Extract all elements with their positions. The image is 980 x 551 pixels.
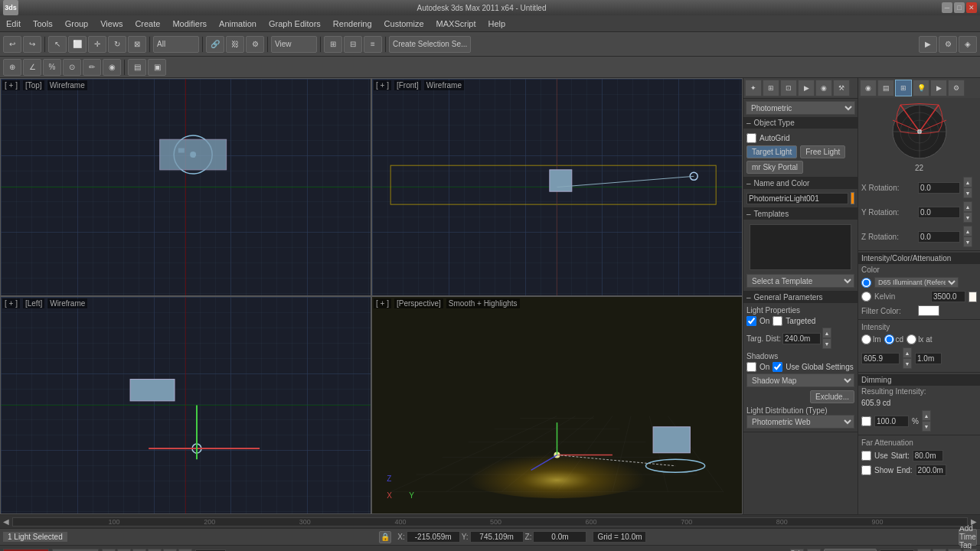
targeted-checkbox[interactable] — [773, 316, 782, 326]
stop-button[interactable]: ⏸ — [148, 549, 162, 552]
snap-toggle[interactable]: ⊕ — [3, 59, 21, 76]
link-button[interactable]: 🔗 — [206, 36, 224, 53]
vp-pan[interactable]: ✋ — [948, 549, 962, 552]
kelvin-radio[interactable] — [861, 292, 871, 302]
add-time-tag[interactable]: Add Time Tag — [959, 529, 977, 546]
z-rot-up[interactable]: ▲ — [963, 226, 972, 236]
prev-frame-button[interactable]: ◀| — [117, 549, 131, 552]
move-button[interactable]: ✛ — [88, 36, 106, 53]
scene-manager[interactable]: ▣ — [148, 59, 166, 76]
lock-button[interactable]: 🔒 — [379, 531, 391, 543]
bind-button[interactable]: ⚙ — [246, 36, 264, 53]
shadows-on-checkbox[interactable] — [746, 362, 756, 372]
pct-up[interactable]: ▲ — [922, 410, 931, 421]
view-dropdown[interactable]: View — [271, 36, 317, 53]
motion-tab[interactable]: ▶ — [798, 80, 815, 96]
z-coord-value[interactable]: 0.0m — [533, 531, 586, 543]
targ-dist-up[interactable]: ▲ — [822, 328, 831, 338]
autogrid-checkbox[interactable] — [746, 133, 756, 143]
named-sel-sets[interactable]: ◉ — [103, 59, 121, 76]
spinner-snap[interactable]: ⊙ — [63, 59, 81, 76]
redo-button[interactable]: ↪ — [23, 36, 41, 53]
rotate-button[interactable]: ↻ — [108, 36, 126, 53]
utilities-tab[interactable]: ⚒ — [833, 80, 850, 96]
set-key-button[interactable]: Set Key — [790, 549, 804, 552]
tab-render[interactable]: ▶ — [930, 80, 947, 96]
z-rot-down[interactable]: ▼ — [963, 236, 972, 247]
select-button[interactable]: ↖ — [48, 36, 67, 53]
templates-dropdown[interactable]: Select a Template — [746, 274, 854, 288]
y-rot-down[interactable]: ▼ — [963, 212, 972, 223]
lxat-radio[interactable] — [906, 334, 916, 344]
menu-animation[interactable]: Animation — [216, 18, 260, 30]
play-button[interactable]: ▶ — [132, 549, 146, 552]
modify-tab[interactable]: ⊞ — [763, 80, 779, 96]
viewport-top[interactable]: [ + ] [Top] Wireframe — [0, 78, 371, 296]
templates-header[interactable]: – Templates — [743, 208, 858, 220]
vp-zoom-all[interactable]: ⊞ — [933, 549, 946, 552]
viewport-left-mode[interactable]: Wireframe — [47, 298, 87, 308]
menu-maxscript[interactable]: MAXScript — [433, 18, 479, 30]
color-swatch[interactable] — [851, 192, 854, 204]
viewport-front-nav[interactable]: [ + ] — [374, 80, 391, 90]
object-type-header[interactable]: – Object Type — [743, 117, 858, 129]
name-color-header[interactable]: – Name and Color — [743, 178, 858, 189]
mirror-button[interactable]: ⊞ — [324, 36, 342, 53]
menu-customize[interactable]: Customize — [381, 18, 427, 30]
x-rot-down[interactable]: ▼ — [963, 187, 972, 198]
align-button[interactable]: ≡ — [364, 36, 382, 53]
targ-dist-input[interactable] — [782, 333, 821, 344]
light-on-checkbox[interactable] — [746, 316, 756, 326]
menu-modifiers[interactable]: Modifiers — [169, 18, 210, 30]
dimming-checkbox[interactable] — [861, 416, 871, 426]
create-tab[interactable]: ✦ — [745, 80, 762, 96]
viewport-top-nav[interactable]: [ + ] — [2, 80, 20, 90]
y-rot-up[interactable]: ▲ — [963, 201, 972, 212]
display-tab[interactable]: ◉ — [815, 80, 832, 96]
next-frame-button[interactable]: |▶ — [163, 549, 177, 552]
create-selection[interactable]: Create Selection Se... — [389, 36, 471, 53]
y-rotation-input[interactable] — [918, 207, 960, 218]
auto-key-mode[interactable]: Selected — [52, 549, 99, 552]
viewport-front[interactable]: [ + ] [Front] Wireframe — [371, 78, 743, 296]
vp-zoom-out[interactable]: 🔍 — [917, 549, 931, 552]
z-rotation-input[interactable] — [918, 231, 960, 243]
go-end-button[interactable]: ▶| — [178, 549, 192, 552]
intensity-down[interactable]: ▼ — [903, 358, 912, 369]
percent-snap[interactable]: % — [43, 59, 61, 76]
targ-dist-down[interactable]: ▼ — [822, 338, 831, 349]
tab-modify[interactable]: ⊞ — [895, 80, 912, 96]
color-preset-dropdown[interactable]: D65 Illuminant (Refere... — [874, 277, 959, 288]
kelvin-input[interactable] — [931, 291, 965, 302]
menu-views[interactable]: Views — [97, 18, 126, 30]
start-value-input[interactable] — [913, 450, 943, 461]
timeline-track[interactable]: 100 200 300 400 500 600 700 800 900 — [12, 517, 968, 527]
free-light-button[interactable]: Free Light — [800, 145, 845, 158]
viewport-top-label[interactable]: [Top] — [23, 80, 44, 90]
viewport-persp-label[interactable]: [Perspective] — [394, 298, 443, 308]
select-region-button[interactable]: ⬜ — [68, 36, 87, 53]
use-global-checkbox[interactable] — [773, 362, 782, 372]
undo-button[interactable]: ↩ — [3, 36, 21, 53]
render-button[interactable]: ▶ — [919, 36, 937, 53]
tab-display[interactable]: ◉ — [860, 80, 877, 96]
tab-layers[interactable]: ▤ — [877, 80, 894, 96]
vp-arc-rotate[interactable]: ↻ — [963, 549, 977, 552]
material-editor-button[interactable]: ◈ — [959, 36, 977, 53]
maximize-button[interactable]: □ — [954, 2, 965, 13]
lm-radio[interactable] — [861, 334, 871, 344]
general-params-header[interactable]: – General Parameters — [743, 292, 858, 303]
intensity-up[interactable]: ▲ — [903, 347, 912, 358]
tab-light[interactable]: 💡 — [913, 80, 929, 96]
menu-edit[interactable]: Edit — [3, 18, 24, 30]
viewport-perspective[interactable]: [ + ] [Perspective] Smooth + Highlights — [371, 296, 743, 514]
filter-color-swatch[interactable] — [918, 305, 939, 316]
viewport-persp-mode[interactable]: Smooth + Highlights — [446, 298, 520, 308]
minimize-button[interactable]: ─ — [942, 2, 952, 13]
scale-button[interactable]: ⊠ — [128, 36, 146, 53]
far-atten-show-checkbox[interactable] — [861, 465, 871, 475]
layer-manager[interactable]: ▤ — [128, 59, 146, 76]
lm-label[interactable]: lm — [861, 334, 881, 344]
hierarchy-tab[interactable]: ⊡ — [780, 80, 797, 96]
end-value-input[interactable] — [916, 465, 946, 476]
